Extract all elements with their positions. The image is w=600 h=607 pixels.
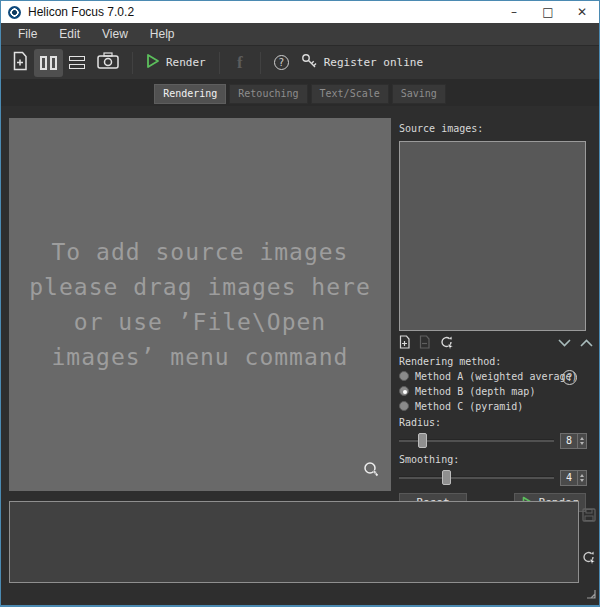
tab-saving[interactable]: Saving xyxy=(392,84,446,104)
radius-slider-row: 8 xyxy=(399,432,593,449)
tab-retouching[interactable]: Retouching xyxy=(229,84,307,104)
drop-hint-line: please drag images here xyxy=(29,270,371,305)
key-icon xyxy=(301,53,318,73)
control-panel: Source images: Rendering method: Metho xyxy=(396,118,593,491)
horizontal-split-icon xyxy=(69,56,85,69)
resize-grip-icon[interactable] xyxy=(586,584,596,603)
smoothing-slider[interactable] xyxy=(399,469,554,486)
source-images-list[interactable] xyxy=(399,141,586,331)
menubar: File Edit View Help xyxy=(1,23,599,46)
radius-slider[interactable] xyxy=(399,432,554,449)
register-online-label: Register online xyxy=(324,56,423,69)
smoothing-label: Smoothing: xyxy=(399,454,593,465)
toolbar-separator xyxy=(260,52,261,74)
method-c-option[interactable]: Method C (pyramid) xyxy=(399,400,593,412)
drop-hint-line: images’ menu command xyxy=(52,340,349,375)
remove-file-icon[interactable] xyxy=(419,335,430,351)
facebook-icon: f xyxy=(237,53,243,73)
rendering-method-label: Rendering method: xyxy=(399,356,593,367)
spin-up-icon[interactable] xyxy=(580,437,584,440)
app-icon xyxy=(8,6,21,19)
smoothing-value: 4 xyxy=(561,471,577,485)
rotate-output-icon[interactable] xyxy=(581,550,596,569)
window-controls: – □ ✕ xyxy=(497,1,599,23)
radius-slider-handle[interactable] xyxy=(418,433,427,448)
drop-hint-line: To add source images xyxy=(52,235,349,270)
add-images-button[interactable] xyxy=(6,49,34,77)
method-b-option[interactable]: Method B (depth map) xyxy=(399,385,593,397)
help-button[interactable]: ? xyxy=(268,49,295,77)
titlebar: Helicon Focus 7.0.2 – □ ✕ xyxy=(1,1,599,23)
radius-spinbox[interactable]: 8 xyxy=(560,433,587,449)
menu-view[interactable]: View xyxy=(91,24,139,44)
window-title: Helicon Focus 7.0.2 xyxy=(28,5,134,19)
method-a-label: Method A (weighted average) xyxy=(415,371,578,382)
menu-file[interactable]: File xyxy=(7,24,48,44)
help-icon: ? xyxy=(274,55,289,70)
move-up-icon[interactable] xyxy=(580,339,593,347)
rotate-images-icon[interactable] xyxy=(439,335,454,352)
minimize-button[interactable]: – xyxy=(497,1,531,23)
spinner-arrows[interactable] xyxy=(577,434,586,448)
render-toolbar-button[interactable]: Render xyxy=(140,49,212,77)
vertical-split-view-button[interactable] xyxy=(34,49,63,77)
radius-label: Radius: xyxy=(399,417,593,428)
spin-up-icon[interactable] xyxy=(580,474,584,477)
maximize-button[interactable]: □ xyxy=(531,1,565,23)
tab-rendering[interactable]: Rendering xyxy=(154,84,226,104)
toolbar: Render f ? Register online xyxy=(1,46,599,79)
register-online-button[interactable]: Register online xyxy=(295,49,429,77)
toolbar-separator xyxy=(132,52,133,74)
camera-button[interactable] xyxy=(91,49,125,77)
magnifier-icon[interactable] xyxy=(363,461,381,483)
close-button[interactable]: ✕ xyxy=(565,1,599,23)
radio-icon xyxy=(399,401,409,411)
vertical-split-icon xyxy=(40,56,57,70)
smoothing-slider-row: 4 xyxy=(399,469,593,486)
radius-value: 8 xyxy=(561,434,577,448)
facebook-button[interactable]: f xyxy=(227,49,253,77)
tabstrip: Rendering Retouching Text/Scale Saving xyxy=(1,79,599,106)
camera-icon xyxy=(97,52,119,73)
method-help-icon[interactable]: ? xyxy=(562,370,577,385)
smoothing-spinbox[interactable]: 4 xyxy=(560,470,587,486)
output-strip[interactable] xyxy=(9,501,579,583)
radio-selected-icon xyxy=(399,386,409,396)
render-toolbar-label: Render xyxy=(166,56,206,69)
toolbar-separator xyxy=(219,52,220,74)
horizontal-split-view-button[interactable] xyxy=(63,49,91,77)
drop-hint-line: or use ’File\Open xyxy=(74,305,326,340)
slider-track xyxy=(399,476,554,479)
move-down-icon[interactable] xyxy=(558,339,571,347)
image-drop-area[interactable]: To add source images please drag images … xyxy=(9,118,391,491)
render-play-icon xyxy=(146,53,160,73)
save-icon[interactable] xyxy=(582,507,596,526)
menu-help[interactable]: Help xyxy=(139,24,186,44)
menu-edit[interactable]: Edit xyxy=(48,24,91,44)
add-file-icon xyxy=(12,51,28,75)
radio-icon xyxy=(399,371,409,381)
spin-down-icon[interactable] xyxy=(580,479,584,482)
app-window: Helicon Focus 7.0.2 – □ ✕ File Edit View… xyxy=(0,0,600,607)
spin-down-icon[interactable] xyxy=(580,442,584,445)
method-c-label: Method C (pyramid) xyxy=(415,401,523,412)
add-file-icon[interactable] xyxy=(399,335,410,351)
source-list-toolbar xyxy=(399,335,593,351)
smoothing-slider-handle[interactable] xyxy=(442,470,451,485)
method-b-label: Method B (depth map) xyxy=(415,386,535,397)
spinner-arrows[interactable] xyxy=(577,471,586,485)
tab-text-scale[interactable]: Text/Scale xyxy=(311,84,389,104)
source-images-label: Source images: xyxy=(399,123,593,134)
